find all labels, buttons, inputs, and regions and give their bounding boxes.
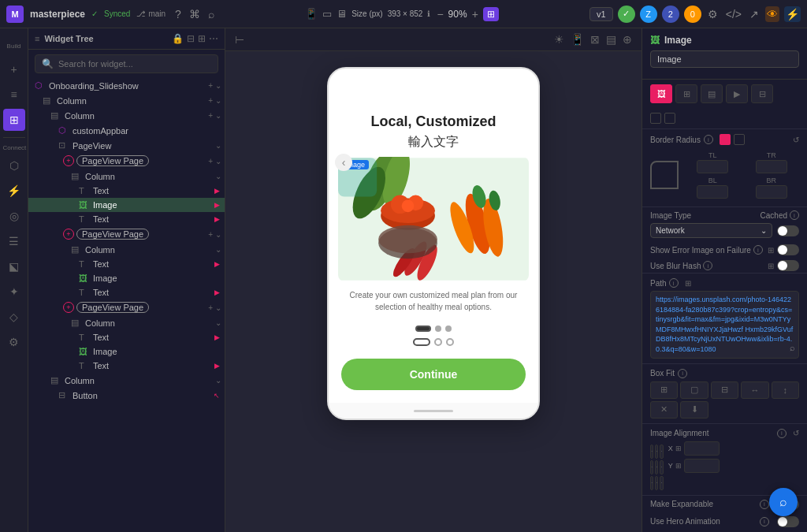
tree-item-button[interactable]: ⊟ Button ↖ [28, 388, 225, 403]
connect-icon-8[interactable]: ⚙ [3, 331, 25, 353]
more-tools-icon[interactable]: ⊕ [623, 33, 632, 46]
tree-item-image-p3[interactable]: 🖼 Image [28, 344, 225, 359]
chevron-col-p3[interactable]: ⌄ [215, 318, 221, 327]
tree-item-text1[interactable]: T Text ▶ [28, 184, 225, 198]
connect-icon-4[interactable]: ☰ [3, 230, 25, 252]
mobile-icon[interactable]: 📱 [571, 33, 584, 46]
align-left-icon[interactable]: ⊢ [235, 33, 244, 46]
border-radius-info[interactable]: i [704, 135, 713, 144]
path-info-icon[interactable]: i [669, 278, 679, 288]
align-middle-left[interactable]: · [650, 460, 653, 474]
search-input[interactable] [58, 59, 211, 69]
align-top-center[interactable]: · [655, 445, 658, 459]
show-error-toggle[interactable] [777, 244, 799, 255]
rp-icon-grid[interactable]: ⊟ [751, 84, 773, 103]
text-arrow-p3b[interactable]: ▶ [214, 362, 220, 370]
add-page-button-3[interactable]: + [63, 302, 74, 313]
tree-item-text-p2b[interactable]: T Text ▶ [28, 285, 225, 299]
align-bottom-center[interactable]: · [655, 476, 658, 490]
phone-icon[interactable]: 📱 [305, 8, 318, 20]
tree-item-col-page2[interactable]: ▤ Column ⌄ [28, 242, 225, 257]
grid-icon[interactable]: ⊞ [198, 33, 206, 44]
layout-icon[interactable]: ▤ [606, 33, 616, 46]
add-page-button-1[interactable]: + [63, 155, 74, 166]
chevron-col1[interactable]: ⌄ [215, 96, 221, 105]
version-button[interactable]: v1 [589, 7, 613, 21]
user-avatar-blue[interactable]: Z [640, 6, 657, 23]
align-top-right[interactable]: · [660, 445, 663, 459]
boxfit-btn-2[interactable]: ▢ [680, 381, 708, 399]
user-status-green[interactable]: ✓ [618, 6, 635, 23]
rp-icon-play[interactable]: ▶ [726, 84, 748, 103]
boxfit-btn-1[interactable]: ⊞ [650, 381, 678, 399]
chevron-col2[interactable]: ⌄ [215, 111, 221, 120]
connect-icon-7[interactable]: ◇ [3, 306, 25, 328]
boxfit-btn-4[interactable]: ↔ [741, 381, 768, 399]
add-icon[interactable]: + [208, 81, 213, 90]
show-error-extra-icon[interactable]: ⊞ [768, 246, 774, 255]
tree-item-text-p2a[interactable]: T Text ▶ [28, 257, 225, 271]
bl-input[interactable] [697, 185, 728, 199]
widget-tree-button[interactable]: ≡ [3, 84, 25, 106]
tl-input[interactable] [697, 160, 728, 173]
tree-item-page1[interactable]: + PageView Page + ⌄ [28, 153, 225, 169]
connect-icon-6[interactable]: ✦ [3, 281, 25, 303]
y-input[interactable] [684, 459, 720, 473]
text-arrow-p2a[interactable]: ▶ [214, 260, 220, 268]
tree-item-column1[interactable]: ▤ Column + ⌄ [28, 93, 225, 108]
code-button[interactable]: </> [724, 6, 743, 22]
desktop-icon[interactable]: 🖥 [337, 8, 347, 20]
x-input[interactable] [684, 441, 720, 456]
tree-item-appbar[interactable]: ⬡ customAppbar [28, 123, 225, 138]
fab-button[interactable]: ⌕ [769, 488, 798, 516]
add-icon-col2[interactable]: + [208, 111, 213, 120]
blur-hash-extra-icon[interactable]: ⊞ [768, 262, 774, 270]
connect-icon-2[interactable]: ⚡ [3, 180, 25, 202]
boxfit-btn-6[interactable]: ✕ [650, 401, 678, 419]
tree-item-pageview[interactable]: ⊡ PageView ⌄ [28, 138, 225, 153]
boxfit-btn-3[interactable]: ⊟ [711, 381, 738, 399]
add-icon-page1[interactable]: + [208, 157, 213, 166]
cached-toggle[interactable] [777, 225, 799, 236]
expandable-info[interactable]: i [760, 500, 769, 509]
lock-icon[interactable]: 🔒 [172, 33, 184, 44]
add-widget-button[interactable]: + [3, 58, 25, 80]
alignment-info[interactable]: i [777, 429, 787, 438]
publish-button[interactable]: ⚡ [784, 6, 801, 22]
show-error-info[interactable]: i [753, 245, 763, 255]
chevron-page2[interactable]: ⌄ [215, 230, 221, 239]
chevron-col-bottom[interactable]: ⌄ [215, 376, 221, 385]
back-arrow-button[interactable]: ‹ [335, 154, 352, 171]
image-type-select[interactable]: Network ⌄ [650, 223, 772, 238]
tree-item-col-bottom[interactable]: ▤ Column ⌄ [28, 373, 225, 388]
continue-button[interactable]: Continue [341, 359, 526, 390]
color-swatch-1[interactable] [650, 113, 661, 124]
sun-icon[interactable]: ☀ [554, 33, 564, 46]
tree-item-onboarding[interactable]: ⬡ Onboarding_Slideshow + ⌄ [28, 78, 225, 93]
zoom-out-button[interactable]: − [435, 8, 444, 20]
align-middle-right[interactable]: · [660, 460, 663, 474]
text-arrow-1[interactable]: ▶ [214, 187, 220, 195]
br-input[interactable] [756, 185, 787, 199]
reset-border-radius[interactable]: ↺ [793, 136, 799, 144]
search-icon[interactable]: ⌕ [208, 8, 214, 20]
add-icon-col1[interactable]: + [208, 96, 213, 105]
settings-button[interactable]: ⚙ [706, 6, 720, 22]
boxfit-btn-7[interactable]: ⬇ [680, 401, 708, 419]
image-arrow-1[interactable]: ▶ [214, 201, 220, 209]
tree-item-col-page1[interactable]: ▤ Column ⌄ [28, 169, 225, 184]
tree-item-image1[interactable]: 🖼 Image ▶ [28, 198, 225, 212]
tree-item-text-p3a[interactable]: T Text ▶ [28, 330, 225, 344]
rp-icon-image[interactable]: 🖼 [650, 84, 672, 103]
path-extra-icon[interactable]: ⊞ [685, 279, 691, 288]
border-radius-toggle[interactable] [734, 134, 745, 145]
add-icon-page3[interactable]: + [208, 303, 213, 312]
chevron-icon[interactable]: ⌄ [215, 81, 221, 90]
align-middle-center[interactable]: · [655, 460, 658, 474]
boxfit-info[interactable]: i [678, 369, 687, 378]
cmd-icon[interactable]: ⌘ [189, 8, 200, 20]
text-arrow-2[interactable]: ▶ [214, 215, 220, 223]
more-icon[interactable]: ⋯ [209, 33, 218, 44]
tree-item-column2[interactable]: ▤ Column + ⌄ [28, 108, 225, 123]
tree-item-page2[interactable]: + PageView Page + ⌄ [28, 226, 225, 242]
